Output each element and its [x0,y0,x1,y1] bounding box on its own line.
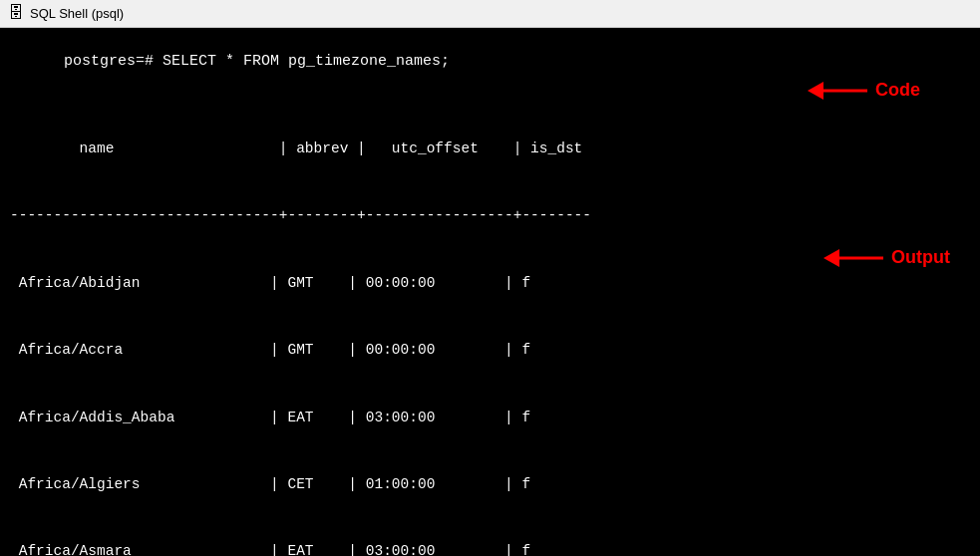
code-arrow [808,81,867,101]
data-row: Africa/Abidjan | GMT | 00:00:00 | f [10,272,970,294]
prompt-text: postgres=# SELECT * FROM pg_timezone_nam… [64,53,450,70]
table-container: name | abbrev | utc_offset | is_dst ----… [10,93,970,556]
output-annotation: Output [823,247,950,268]
code-annotation: Code [808,80,920,101]
data-row: Africa/Asmara | EAT | 03:00:00 | f [10,540,970,556]
data-row: Africa/Algiers | CET | 01:00:00 | f [10,473,970,495]
header-row: name | abbrev | utc_offset | is_dst [10,138,970,159]
terminal-area: postgres=# SELECT * FROM pg_timezone_nam… [0,28,980,556]
window-title-text: SQL Shell (psql) [30,6,124,21]
code-label: Code [875,80,920,101]
separator-row: -------------------------------+--------… [10,204,970,226]
output-label: Output [891,247,950,268]
window-title-bar: 🗄 SQL Shell (psql) [0,0,980,28]
data-row: Africa/Addis_Ababa | EAT | 03:00:00 | f [10,407,970,428]
window: 🗄 SQL Shell (psql) postgres=# SELECT * F… [0,0,980,556]
output-arrow [823,248,883,268]
window-icon: 🗄 [8,6,24,22]
data-row: Africa/Accra | GMT | 00:00:00 | f [10,339,970,361]
